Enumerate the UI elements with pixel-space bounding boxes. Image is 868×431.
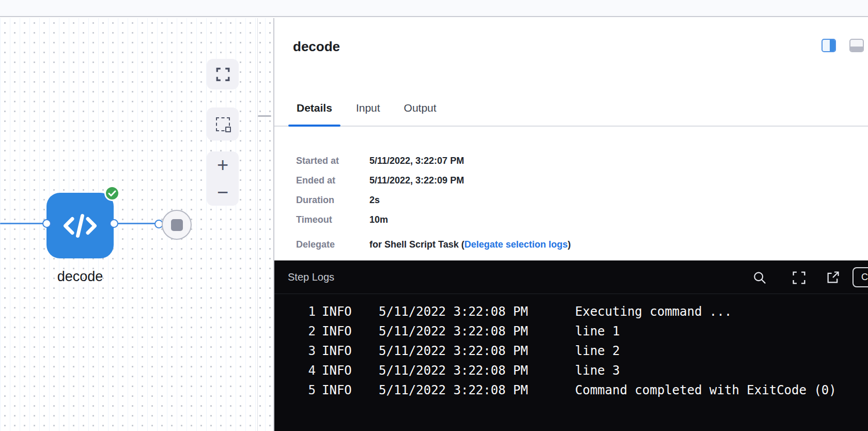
log-level: INFO	[322, 344, 353, 358]
log-message: line 3	[575, 363, 620, 378]
detail-value: 10m	[369, 214, 388, 225]
tab-input[interactable]: Input	[348, 102, 389, 126]
log-line-number: 2	[308, 324, 316, 338]
zoom-out-button[interactable]: −	[207, 179, 239, 206]
step-detail-panel: decode Details Input Output Started at 5…	[274, 18, 868, 431]
log-message: line 2	[575, 344, 620, 358]
detail-row-timeout: Timeout 10m	[296, 214, 868, 234]
marquee-select-button[interactable]	[207, 107, 239, 141]
log-search-button[interactable]	[752, 270, 767, 285]
log-level: INFO	[322, 363, 353, 378]
log-level: INFO	[322, 383, 353, 397]
step-logs-header: Step Logs	[274, 260, 868, 294]
connector-dot-right	[110, 219, 118, 228]
console-view-button[interactable]: Co	[853, 267, 868, 287]
detail-value-prefix: for Shell Script Task (	[369, 239, 464, 250]
success-badge	[104, 186, 120, 201]
detail-label: Duration	[296, 195, 369, 206]
log-level: INFO	[322, 304, 353, 319]
marquee-select-icon	[216, 117, 230, 131]
log-line: 1 INFO 5/11/2022 3:22:08 PM Executing co…	[274, 302, 868, 321]
log-timestamp: 5/11/2022 3:22:08 PM	[379, 363, 530, 378]
log-line-number: 1	[308, 304, 316, 319]
execution-view: decode + − decode	[0, 0, 868, 431]
log-timestamp: 5/11/2022 3:22:08 PM	[379, 324, 530, 338]
log-timestamp: 5/11/2022 3:22:08 PM	[379, 304, 530, 319]
log-line: 4 INFO 5/11/2022 3:22:08 PM line 3	[274, 361, 868, 380]
detail-row-duration: Duration 2s	[296, 195, 868, 214]
log-body: 1 INFO 5/11/2022 3:22:08 PM Executing co…	[274, 294, 868, 400]
top-bar	[0, 0, 868, 17]
log-message: Command completed with ExitCode (0)	[575, 383, 836, 397]
step-logs-panel: Step Logs	[274, 260, 868, 431]
detail-value-suffix: )	[568, 239, 571, 250]
connector-dot-left	[42, 219, 51, 228]
split-right-layout-button[interactable]	[822, 39, 836, 52]
edge-incoming	[0, 223, 43, 224]
detail-row-ended-at: Ended at 5/11/2022, 3:22:09 PM	[296, 175, 868, 195]
splitter-handle[interactable]	[258, 115, 271, 117]
detail-value: 2s	[369, 195, 380, 206]
log-timestamp: 5/11/2022 3:22:08 PM	[379, 344, 530, 358]
detail-value: 5/11/2022, 3:22:07 PM	[369, 156, 464, 166]
zoom-in-button[interactable]: +	[207, 151, 239, 179]
step-node-decode[interactable]	[47, 193, 114, 258]
detail-label: Timeout	[296, 214, 369, 225]
log-expand-button[interactable]	[791, 270, 807, 285]
fit-view-button[interactable]	[207, 59, 239, 89]
step-logs-title: Step Logs	[288, 271, 334, 283]
details-section: Started at 5/11/2022, 3:22:07 PM Ended a…	[296, 127, 868, 259]
fullscreen-icon	[215, 67, 231, 82]
panel-title: decode	[293, 39, 340, 55]
canvas-edge-line	[257, 18, 258, 431]
tab-output[interactable]: Output	[396, 102, 445, 126]
detail-label: Ended at	[296, 175, 369, 186]
search-icon	[753, 271, 767, 285]
split-bottom-layout-button[interactable]	[849, 39, 864, 52]
code-icon	[61, 210, 99, 242]
detail-value: 5/11/2022, 3:22:09 PM	[369, 175, 464, 186]
layout-toggles	[822, 39, 864, 52]
pipeline-canvas[interactable]: decode + −	[0, 18, 273, 431]
log-timestamp: 5/11/2022 3:22:08 PM	[379, 383, 530, 397]
tab-details[interactable]: Details	[288, 102, 340, 126]
expand-icon	[792, 270, 807, 285]
log-line: 2 INFO 5/11/2022 3:22:08 PM line 1	[274, 321, 868, 341]
log-line-number: 5	[308, 383, 316, 397]
zoom-controls: + −	[207, 151, 239, 206]
detail-label: Delegate	[296, 239, 369, 250]
log-line-number: 4	[308, 363, 316, 378]
detail-row-started-at: Started at 5/11/2022, 3:22:07 PM	[296, 156, 868, 175]
delegate-selection-logs-link[interactable]: Delegate selection logs	[464, 239, 568, 250]
log-line: 3 INFO 5/11/2022 3:22:08 PM line 2	[274, 341, 868, 361]
log-line-number: 3	[308, 344, 316, 358]
tab-bar: Details Input Output	[274, 90, 868, 127]
detail-row-delegate: Delegate for Shell Script Task (Delegate…	[296, 239, 868, 259]
check-icon	[108, 190, 116, 197]
node-label: decode	[34, 269, 127, 285]
stop-icon	[171, 219, 183, 231]
end-node[interactable]	[162, 210, 192, 240]
log-level: INFO	[322, 324, 353, 338]
log-message: line 1	[575, 324, 620, 338]
detail-label: Started at	[296, 156, 369, 166]
external-link-icon	[826, 270, 840, 285]
log-message: Executing command ...	[575, 304, 732, 319]
open-in-new-tab-button[interactable]	[825, 270, 841, 285]
log-line: 5 INFO 5/11/2022 3:22:08 PM Command comp…	[274, 380, 868, 400]
